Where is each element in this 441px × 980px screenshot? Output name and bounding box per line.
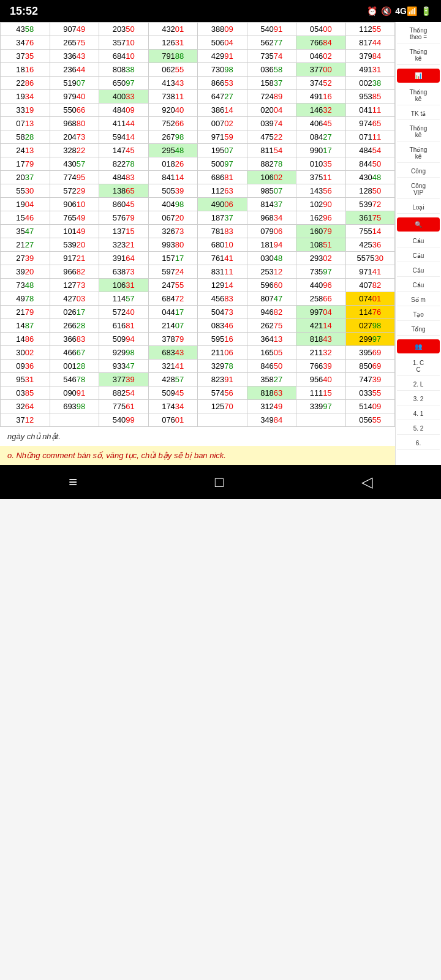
table-cell: 68681 xyxy=(198,171,247,184)
table-cell: 35710 xyxy=(99,36,149,50)
sidebar-item-cau1[interactable]: Cầu xyxy=(397,235,440,247)
table-cell: 19507 xyxy=(198,144,247,157)
table-cell xyxy=(198,413,247,427)
sidebar-item-thong-ke2[interactable]: Thốngkê xyxy=(397,86,440,105)
table-cell: 32321 xyxy=(99,238,149,252)
table-cell: 98507 xyxy=(247,184,296,198)
table-cell: 81744 xyxy=(345,36,395,50)
table-cell: 59516 xyxy=(198,333,247,346)
table-cell: 18194 xyxy=(247,238,296,252)
table-cell: 32141 xyxy=(148,360,198,373)
table-cell: 50473 xyxy=(198,306,247,319)
table-cell: 10851 xyxy=(296,238,346,252)
sidebar-btn-chart[interactable]: 📊 xyxy=(397,69,440,83)
table-cell: 14632 xyxy=(296,104,346,117)
sidebar-item-list2[interactable]: 2. L xyxy=(397,379,440,391)
table-cell: 03048 xyxy=(247,252,296,265)
table-row: 553057229138655053911263985071435612850 xyxy=(1,184,395,198)
table-cell: 10149 xyxy=(50,225,99,238)
table-cell: 15837 xyxy=(247,77,296,90)
nav-bar: ≡ □ ◁ xyxy=(0,465,441,499)
nav-back-icon[interactable]: ◁ xyxy=(361,473,372,491)
table-cell: 88278 xyxy=(247,157,296,171)
table-cell: 3319 xyxy=(1,104,50,117)
table-cell: 9531 xyxy=(1,373,50,386)
table-cell: 06255 xyxy=(148,63,198,77)
table-cell: 81843 xyxy=(296,333,346,346)
sidebar-item-so-m[interactable]: Số m xyxy=(397,294,440,306)
nav-menu-icon[interactable]: ≡ xyxy=(69,473,77,491)
table-cell: 03974 xyxy=(247,117,296,130)
sidebar-item-tao[interactable]: Tạo xyxy=(397,309,440,321)
table-cell: 29548 xyxy=(148,144,198,157)
table-cell: 34984 xyxy=(247,413,296,427)
nav-home-icon[interactable]: □ xyxy=(215,473,224,491)
table-cell: 5828 xyxy=(1,130,50,144)
sidebar-item-list4[interactable]: 4. 1 xyxy=(397,408,440,420)
sidebar-item-list6[interactable]: 6. xyxy=(397,437,440,450)
table-cell: 17434 xyxy=(148,400,198,413)
table-cell: 11263 xyxy=(198,184,247,198)
table-cell: 26275 xyxy=(247,319,296,333)
table-cell: 38614 xyxy=(198,104,247,117)
table-cell: 23644 xyxy=(50,63,99,77)
table-cell: 03355 xyxy=(345,386,395,400)
sidebar-btn-group[interactable]: 👥 xyxy=(397,339,440,353)
table-cell: 79188 xyxy=(148,50,198,63)
table-cell: 04111 xyxy=(345,104,395,117)
sidebar-item-cong-vip[interactable]: CôngVIP xyxy=(397,180,440,199)
table-cell: 07401 xyxy=(345,292,395,306)
table-cell: 50539 xyxy=(148,184,198,198)
sidebar-btn-search[interactable]: 🔍 xyxy=(397,217,440,232)
sidebar-item-loai[interactable]: Loại xyxy=(397,202,440,214)
table-cell: 81863 xyxy=(247,386,296,400)
table-cell: 33997 xyxy=(296,400,346,413)
table-cell: 2739 xyxy=(1,252,50,265)
table-cell: 72489 xyxy=(247,90,296,104)
table-cell: 07601 xyxy=(148,413,198,427)
table-cell: 25866 xyxy=(296,292,346,306)
table-cell: 76549 xyxy=(50,211,99,225)
table-cell: 0385 xyxy=(1,386,50,400)
sidebar-item-tong[interactable]: Tổng xyxy=(397,323,440,336)
table-row: 190490610860454049849006814371029053972 xyxy=(1,198,395,211)
table-cell: 0936 xyxy=(1,360,50,373)
table-cell: 97159 xyxy=(198,130,247,144)
table-cell: 90610 xyxy=(50,198,99,211)
sidebar-item-cau2[interactable]: Cầu xyxy=(397,250,440,262)
table-cell: 2127 xyxy=(1,238,50,252)
sidebar-item-thong-ke4[interactable]: Thốngkê xyxy=(397,144,440,163)
table-cell: 65097 xyxy=(99,77,149,90)
table-cell: 84650 xyxy=(247,360,296,373)
table-cell: 59724 xyxy=(148,265,198,279)
table-cell: 39569 xyxy=(345,346,395,360)
table-cell: 53972 xyxy=(345,198,395,211)
table-cell xyxy=(296,413,346,427)
sidebar-item-thong-ke-theo[interactable]: Thốngtheo = xyxy=(397,24,440,43)
table-cell: 92998 xyxy=(99,346,149,360)
table-cell: 11115 xyxy=(296,386,346,400)
sidebar-item-cau4[interactable]: Cầu xyxy=(397,279,440,292)
table-cell: 36175 xyxy=(345,211,395,225)
sidebar-item-tk-ta[interactable]: TK tầ xyxy=(397,108,440,120)
sidebar-item-cong[interactable]: Công xyxy=(397,165,440,178)
table-cell: 32978 xyxy=(198,360,247,373)
sidebar-item-thong-ke3[interactable]: Thốngkê xyxy=(397,123,440,141)
table-cell: 01826 xyxy=(148,157,198,171)
footer-note1: ngày chủ nhật. xyxy=(0,427,395,446)
table-cell: 74739 xyxy=(345,373,395,386)
table-cell: 80838 xyxy=(99,63,149,77)
table-cell: 16505 xyxy=(247,346,296,360)
sidebar-item-list3[interactable]: 3. 2 xyxy=(397,393,440,405)
sidebar-item-cau3[interactable]: Cầu xyxy=(397,265,440,277)
table-row: 217902617572400441750473946829970411476 xyxy=(1,306,395,319)
alarm-icon: ⏰ xyxy=(367,6,377,16)
status-bar: 15:52 ⏰ 🔇 4G📶 🔋 xyxy=(0,0,441,22)
table-cell: 96682 xyxy=(50,265,99,279)
table-cell: 00702 xyxy=(198,117,247,130)
sidebar-item-thong-ke[interactable]: Thốngkê xyxy=(397,46,440,65)
sidebar-item-list1[interactable]: 1. CC xyxy=(397,357,440,376)
table-cell: 16296 xyxy=(296,211,346,225)
table-cell: 12631 xyxy=(148,36,198,50)
sidebar-item-list5[interactable]: 5. 2 xyxy=(397,423,440,435)
